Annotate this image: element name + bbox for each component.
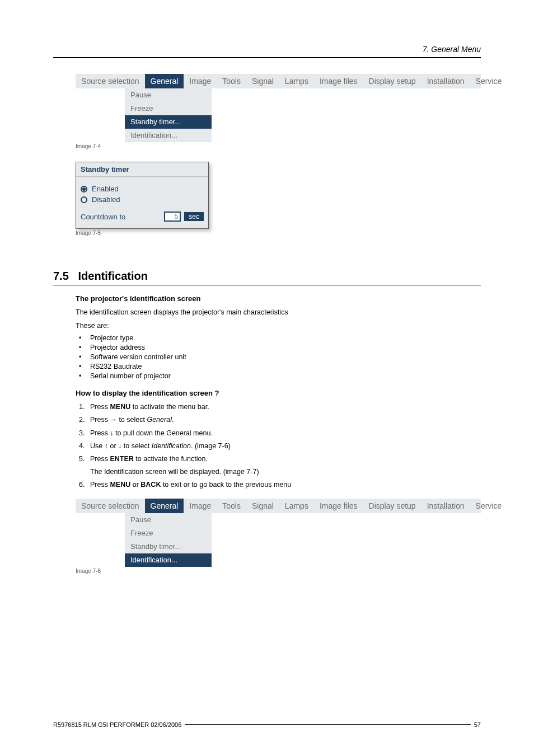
section-number: 7.5 xyxy=(53,270,69,282)
footer-page-number: 57 xyxy=(474,721,481,728)
section-title: Identification xyxy=(78,270,147,282)
paragraph-2: These are: xyxy=(76,321,481,331)
step-1: Press MENU to activate the menu bar. xyxy=(79,402,481,412)
dd-freeze[interactable]: Freeze xyxy=(125,102,212,115)
radio-enabled-label: Enabled xyxy=(92,185,119,193)
footer-left: R5976815 RLM G5I PERFORMER 02/06/2006 xyxy=(53,721,181,728)
menubar-item-image[interactable]: Image xyxy=(184,74,217,88)
menubar2-item-general[interactable]: General xyxy=(145,499,184,513)
step-5: Press ENTER to activate the function. Th… xyxy=(79,454,481,477)
bullet-item: Serial number of projector xyxy=(79,372,481,380)
step-3: Press ↓ to pull down the General menu. xyxy=(79,428,481,438)
dd-standby-timer[interactable]: Standby timer... xyxy=(125,115,212,129)
menubar-item-signal[interactable]: Signal xyxy=(246,74,279,88)
bullet-list: Projector type Projector address Softwar… xyxy=(76,334,481,380)
sub-heading-2: How to display the identification screen… xyxy=(76,389,481,397)
dropdown-general-2: Pause Freeze Standby timer... Identifica… xyxy=(125,513,212,567)
menubar-item-displaysetup[interactable]: Display setup xyxy=(363,74,421,88)
sub-heading-1: The projector's identification screen xyxy=(76,294,481,303)
caption-7-5: Image 7-5 xyxy=(76,230,481,236)
step-6: Press MENU or BACK to exit or to go back… xyxy=(79,480,481,490)
header-rule xyxy=(53,57,481,58)
step-2: Press → to select General. xyxy=(79,415,481,425)
dd2-pause[interactable]: Pause xyxy=(125,513,212,527)
sec-label: sec xyxy=(184,212,204,221)
section-rule xyxy=(53,285,481,285)
standby-timer-dialog: Standby timer Enabled Disabled Countdown… xyxy=(76,162,209,229)
menubar-1: Source selection General Image Tools Sig… xyxy=(76,74,481,88)
menubar-item-imagefiles[interactable]: Image files xyxy=(314,74,363,88)
bullet-item: Software version controller unit xyxy=(79,353,481,361)
menubar2-item-installation[interactable]: Installation xyxy=(421,499,470,513)
dd-identification[interactable]: Identification... xyxy=(125,129,212,142)
menubar2-item-tools[interactable]: Tools xyxy=(217,499,246,513)
step-5-sub: The Identification screen will be displa… xyxy=(90,467,481,477)
countdown-row: Countdown to 5 sec xyxy=(81,212,204,222)
menubar2-item-signal[interactable]: Signal xyxy=(246,499,279,513)
radio-filled-icon xyxy=(81,186,87,192)
dd2-standby-timer[interactable]: Standby timer... xyxy=(125,540,212,553)
bullet-item: Projector type xyxy=(79,334,481,342)
menubar-item-installation[interactable]: Installation xyxy=(421,74,470,88)
section-heading: 7.5 Identification xyxy=(53,270,481,283)
dropdown-general-1: Pause Freeze Standby timer... Identifica… xyxy=(125,88,212,142)
page-header-title: 7. General Menu xyxy=(53,45,481,54)
dd2-freeze[interactable]: Freeze xyxy=(125,527,212,540)
radio-enabled-row[interactable]: Enabled xyxy=(81,185,204,193)
dialog-title: Standby timer xyxy=(76,162,208,177)
steps-list: Press MENU to activate the menu bar. Pre… xyxy=(76,402,481,490)
dd2-identification[interactable]: Identification... xyxy=(125,553,212,567)
menubar-left-label: Source selection xyxy=(76,77,145,86)
menubar-left-label-2: Source selection xyxy=(76,501,145,510)
footer-rule xyxy=(185,724,470,725)
menubar-2: Source selection General Image Tools Sig… xyxy=(76,499,481,513)
menubar2-item-service[interactable]: Service xyxy=(470,499,508,513)
menubar-item-tools[interactable]: Tools xyxy=(217,74,246,88)
page-footer: R5976815 RLM G5I PERFORMER 02/06/2006 57 xyxy=(53,721,481,728)
step-4: Use ↑ or ↓ to select Identification. (im… xyxy=(79,441,481,451)
radio-empty-icon xyxy=(81,196,87,203)
caption-7-4: Image 7-4 xyxy=(76,143,481,149)
radio-disabled-row[interactable]: Disabled xyxy=(81,195,204,204)
countdown-label: Countdown to xyxy=(81,213,125,221)
menubar-item-lamps[interactable]: Lamps xyxy=(279,74,314,88)
menubar-item-service[interactable]: Service xyxy=(470,74,508,88)
radio-disabled-label: Disabled xyxy=(92,195,120,204)
caption-7-6: Image 7-6 xyxy=(76,568,481,574)
menubar2-item-imagefiles[interactable]: Image files xyxy=(314,499,363,513)
bullet-item: RS232 Baudrate xyxy=(79,363,481,370)
bullet-item: Projector address xyxy=(79,344,481,351)
menubar-item-general[interactable]: General xyxy=(145,74,184,88)
menubar2-item-image[interactable]: Image xyxy=(184,499,217,513)
countdown-input[interactable]: 5 xyxy=(164,212,181,222)
paragraph-1: The identification screen displays the p… xyxy=(76,307,481,317)
menubar2-item-lamps[interactable]: Lamps xyxy=(279,499,314,513)
menubar2-item-displaysetup[interactable]: Display setup xyxy=(363,499,421,513)
dd-pause[interactable]: Pause xyxy=(125,88,212,102)
